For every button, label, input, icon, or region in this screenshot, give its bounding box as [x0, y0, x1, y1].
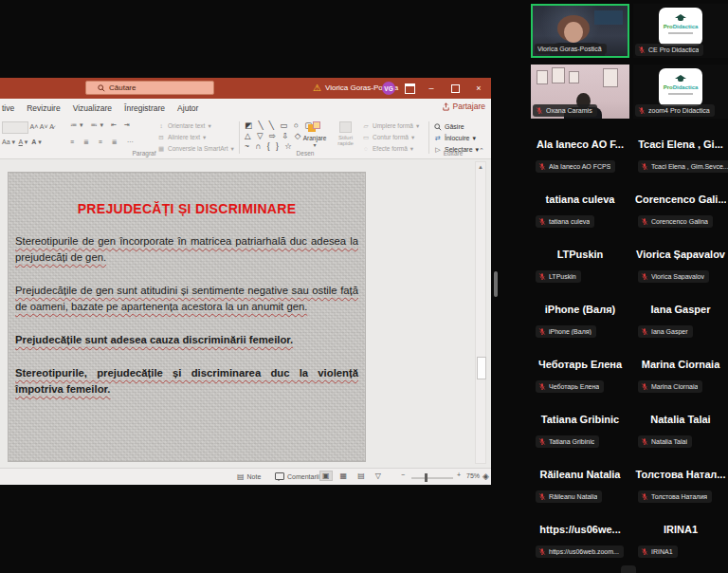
- zoom-out-button[interactable]: −: [401, 471, 405, 478]
- muted-mic-icon: [641, 492, 648, 501]
- slide-title: PREJUDECĂȚI ȘI DISCRIMINARE: [9, 201, 365, 216]
- muted-mic-icon: [536, 106, 543, 115]
- search-icon: [98, 84, 105, 92]
- tab-ajutor[interactable]: Ajutor: [177, 103, 198, 113]
- slide-scrollbar[interactable]: ▲: [475, 161, 486, 464]
- participant-display-name: Natalia Talai: [635, 414, 726, 425]
- participant-tile[interactable]: ProDidactica zoom4 Pro Didactica: [633, 65, 728, 119]
- zoom-in-button[interactable]: +: [457, 471, 461, 478]
- alignment-controls[interactable]: ≡ ≣ ≡ ≣ ⋯: [70, 139, 137, 146]
- font-size-controls[interactable]: A˄ A˅ A̷: [2, 121, 54, 134]
- close-button[interactable]: ×: [467, 78, 490, 99]
- muted-mic-icon: [538, 382, 546, 391]
- group-separator: [239, 121, 240, 154]
- participant-tile[interactable]: Răileanu Natalia Răileanu Natalia: [531, 459, 629, 514]
- shape-outline-icon: ▭: [362, 132, 370, 143]
- participant-tile[interactable]: Natalia Talai Natalia Talai: [633, 404, 728, 459]
- participant-name-label: Tcaci Elena , Gim.Șevce...: [638, 160, 728, 173]
- replace-icon: ⇄: [434, 133, 442, 144]
- participant-tile[interactable]: Tcaci Elena , Gi... Tcaci Elena , Gim.Șe…: [633, 129, 728, 184]
- participant-name-label: CE Pro Didactica: [635, 44, 703, 56]
- muted-mic-icon: [641, 547, 648, 556]
- zoom-slider-track[interactable]: [411, 477, 453, 479]
- zoom-slider-thumb[interactable]: [425, 473, 428, 482]
- participant-tile[interactable]: Чеботарь Елена Чеботарь Елена: [531, 349, 629, 404]
- participant-display-name: tatiana culeva: [533, 194, 628, 205]
- participant-tile[interactable]: ProDidactica CE Pro Didactica: [633, 4, 728, 58]
- group-label-editare: Editare: [425, 150, 482, 157]
- participant-tile[interactable]: iPhone (Валя) iPhone (Валя): [531, 294, 629, 349]
- comments-button[interactable]: Comentarii: [275, 472, 319, 480]
- arrange-button[interactable]: Aranjare ▾: [300, 121, 330, 148]
- participant-display-name: Corencenco Gali...: [635, 194, 726, 205]
- text-orientation-button[interactable]: ↕Orientare text ▾: [157, 120, 234, 132]
- shape-fill-icon: ▱: [362, 120, 370, 132]
- shape-effects-button[interactable]: ◌Efecte formă ▾: [362, 143, 419, 155]
- muted-mic-icon: [641, 437, 648, 446]
- slideshow-button[interactable]: ▽: [373, 471, 383, 480]
- participants-scrollbar-thumb[interactable]: [494, 271, 498, 297]
- notes-button[interactable]: ▤Note: [237, 472, 261, 481]
- participant-tile[interactable]: Corencenco Gali... Corencenco Galina: [633, 184, 728, 239]
- find-button[interactable]: Găsire: [434, 121, 479, 133]
- shape-fill-button[interactable]: ▱Umplere formă ▾: [362, 120, 419, 132]
- participant-display-name: iPhone (Валя): [533, 304, 628, 315]
- participant-tile[interactable]: Marina Ciornaia Marina Ciornaia: [633, 349, 728, 404]
- participant-display-name: Viorica Șapavalov: [635, 249, 726, 260]
- participant-tile[interactable]: https://us06we... https://us06web.zoom..…: [531, 514, 629, 569]
- reading-view-button[interactable]: ▤: [355, 471, 367, 480]
- participant-name-label: Răileanu Natalia: [536, 490, 602, 503]
- text-orientation-icon: ↕: [157, 120, 165, 132]
- ribbon-display-options-button[interactable]: [398, 78, 421, 99]
- minimize-button[interactable]: –: [420, 78, 443, 99]
- participant-tile[interactable]: tatiana culeva tatiana culeva: [531, 184, 629, 239]
- participant-display-name: Tcaci Elena , Gi...: [635, 139, 726, 150]
- share-button[interactable]: Partajare: [442, 102, 486, 111]
- participant-tile[interactable]: Viorica Goraș-Postică: [531, 4, 629, 58]
- fit-to-window-icon[interactable]: ◈: [482, 471, 489, 481]
- font-size-box[interactable]: [2, 121, 28, 134]
- slide-canvas-area: PREJUDECĂȚI ȘI DISCRIMINARE Stereotipuri…: [0, 159, 491, 468]
- slide-paragraph: Stereotipurile de gen încorporate în mat…: [15, 233, 358, 266]
- gallery-overflow-indicator[interactable]: [621, 565, 636, 573]
- participant-tile[interactable]: Oxana Caramiș: [531, 65, 629, 119]
- tab-inregistrare[interactable]: Înregistrare: [124, 103, 165, 113]
- maximize-button[interactable]: [444, 78, 466, 99]
- shape-effects-icon: ◌: [362, 143, 370, 155]
- scroll-up-arrow[interactable]: ▲: [476, 162, 485, 172]
- shape-outline-button[interactable]: ▭Contur formă ▾: [362, 132, 419, 143]
- scrollbar-thumb[interactable]: [477, 357, 486, 379]
- text-align-button[interactable]: ⊟Aliniere text ▾: [157, 132, 234, 143]
- font-style-controls[interactable]: Aa ▾ A ▾ A ▾: [2, 139, 42, 146]
- participant-tile[interactable]: Iana Gasper Iana Gasper: [633, 294, 728, 349]
- slide-paragraph: Stereotipurile, prejudecățile și discrim…: [15, 365, 358, 397]
- participant-name-label: Чеботарь Елена: [536, 380, 604, 393]
- participant-tile[interactable]: LTPuskin LTPuskin: [531, 239, 629, 294]
- participant-tile[interactable]: IRINA1 IRINA1: [633, 514, 728, 569]
- ribbon: A˄ A˅ A̷ Aa ▾ A ▾ A ▾ ≔▾ ≕▾ ⇤ ⇥ ≡ ≣ ≡ ≣ …: [0, 118, 491, 159]
- quick-styles-button[interactable]: Stiluri rapide: [333, 121, 358, 146]
- participant-display-name: Iana Gasper: [635, 304, 726, 315]
- participant-tile[interactable]: Tatiana Gribinic Tatiana Gribinic: [531, 404, 629, 459]
- participant-tile[interactable]: Viorica Șapavalov Viorica Șapavalov: [633, 239, 728, 294]
- group-separator: [428, 121, 429, 154]
- zoom-percentage[interactable]: 75%: [466, 472, 480, 479]
- participant-tile[interactable]: Ala Ianeco AO F... Ala Ianeco AO FCPS: [531, 129, 629, 184]
- search-input[interactable]: Căutare: [85, 81, 214, 95]
- account-avatar[interactable]: VG: [382, 82, 395, 95]
- normal-view-button[interactable]: ▣: [320, 471, 332, 480]
- muted-mic-icon: [641, 272, 648, 281]
- list-indent-controls[interactable]: ≔▾ ≕▾ ⇤ ⇥: [70, 121, 133, 129]
- zoom-meeting-screen: Căutare ⚠ Viorica Goras-Postica VG – × t…: [0, 0, 728, 573]
- tab-revizuire[interactable]: Revizuire: [27, 103, 60, 113]
- replace-button[interactable]: ⇄Înlocuire ▾: [434, 133, 479, 144]
- notes-icon: ▤: [237, 472, 245, 481]
- tab-expunere-diapozitive[interactable]: tive: [2, 103, 14, 113]
- participant-display-name: Marina Ciornaia: [635, 359, 726, 370]
- tab-vizualizare[interactable]: Vizualizare: [73, 103, 112, 113]
- participant-tile[interactable]: Толстова Натал... Толстова Наталия: [633, 459, 728, 514]
- muted-mic-icon: [538, 547, 546, 556]
- participant-name-label: Viorica Șapavalov: [638, 270, 709, 283]
- slide-sorter-view-button[interactable]: ▦: [338, 471, 350, 480]
- slide[interactable]: PREJUDECĂȚI ȘI DISCRIMINARE Stereotipuri…: [8, 172, 366, 462]
